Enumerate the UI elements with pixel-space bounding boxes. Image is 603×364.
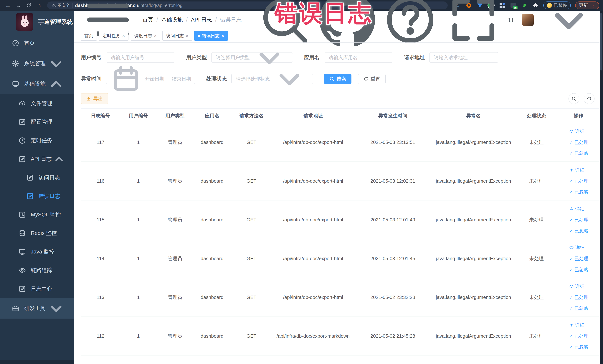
check-icon: ✓ [569,344,573,350]
tab-close-icon[interactable]: × [122,33,125,38]
table-row: 1161管理员dashboardGET/api/infra/db-doc/exp… [81,162,599,200]
sidebar-item-redis-monitor[interactable]: Redis 监控 [0,224,74,243]
forward-icon[interactable]: → [14,1,23,10]
sidebar-item-label: 文件管理 [31,100,52,107]
security-indicator[interactable]: 不安全 [52,3,70,8]
text-size-icon[interactable]: tT [509,16,514,23]
action-ignored-link[interactable]: ✓已忽略 [569,150,588,156]
action-label: 已处理 [574,294,588,300]
action-label: 已忽略 [574,305,588,311]
action-detail-link[interactable]: 详细 [569,322,584,328]
tab-home[interactable]: 首页 [81,31,97,41]
sidebar-logo-row[interactable]: 芋道管理系统 [0,11,74,33]
action-processed-link[interactable]: ✓已处理 [569,333,588,339]
breadcrumb-item[interactable]: 基础设施 [161,16,183,23]
sidebar-item-infrastructure[interactable]: 基础设施 [0,74,74,94]
start-date-placeholder: 开始日期 [145,76,164,82]
cell-method: GET [231,217,272,223]
action-processed-link[interactable]: ✓已处理 [569,139,588,145]
table-body: 1171管理员dashboardGET/api/infra/db-doc/exp… [81,123,599,355]
filter-label: 用户编号 [81,54,102,61]
action-detail-link[interactable]: 详细 [569,167,584,173]
refresh-icon [363,76,368,81]
cell-user-type: 管理员 [156,178,194,184]
sidebar-item-error-log[interactable]: 错误日志 [0,187,74,205]
action-label: 已处理 [574,217,588,223]
action-ignored-link[interactable]: ✓已忽略 [569,228,588,234]
sidebar-menu: 首页系统管理基础设施文件管理配置管理定时任务API 日志访问日志错误日志MySQ… [0,33,74,318]
cell-time: 2021-05-03 23:13:51 [354,140,432,145]
action-label: 详细 [575,167,584,173]
sidebar-item-config-management[interactable]: 配置管理 [0,113,74,131]
request-url-input[interactable] [429,55,498,60]
breadcrumb-item[interactable]: API 日志 [191,16,212,23]
action-label: 已处理 [574,256,588,262]
user-avatar[interactable] [522,14,534,26]
check-icon: ✓ [569,295,573,300]
filter-user-id: 用户编号 [81,52,175,63]
back-icon[interactable]: ← [4,1,12,10]
sidebar-item-system-management[interactable]: 系统管理 [0,53,74,74]
reload-icon[interactable] [24,1,33,10]
sidebar-item-java-monitor[interactable]: Java 监控 [0,243,74,261]
tab-close-icon[interactable]: × [221,33,224,38]
sidebar-item-mysql-monitor[interactable]: MySQL 监控 [0,205,74,224]
action-processed-link[interactable]: ✓已处理 [569,294,588,300]
action-label: 已处理 [574,178,588,184]
action-ignored-link[interactable]: ✓已忽略 [569,344,588,350]
home-icon[interactable]: ⌂ [35,1,43,10]
reset-button[interactable]: 重置 [358,74,386,84]
sidebar-item-home[interactable]: 首页 [0,33,74,53]
refresh-table-button[interactable] [584,93,594,104]
sidebar-item-log-center[interactable]: 日志中心 [0,280,74,298]
sidebar-item-label: MySQL 监控 [31,211,61,218]
export-button[interactable]: 导出 [81,93,108,104]
process-status-select[interactable]: 请选择处理状态 [231,74,313,84]
tab-error-log[interactable]: 错误日志× [194,31,228,41]
filter-label: 处理状态 [206,75,227,82]
cell-id: 116 [81,178,120,184]
sidebar-item-file-management[interactable]: 文件管理 [0,94,74,113]
date-range-picker[interactable]: 开始日期 - 结束日期 [106,74,195,84]
action-ignored-link[interactable]: ✓已忽略 [569,305,588,311]
action-ignored-link[interactable]: ✓已忽略 [569,267,588,273]
toolbar-circle-buttons [568,93,594,104]
app-name-input[interactable] [324,55,393,60]
user-id-input[interactable] [106,55,175,60]
action-processed-link[interactable]: ✓已处理 [569,217,588,223]
annotation-overlay: 错误日志 [275,0,372,29]
action-ignored-link[interactable]: ✓已忽略 [569,189,588,195]
briefcase-icon [12,305,19,312]
sidebar-item-label: Java 监控 [31,248,54,256]
tab-job-log[interactable]: 调度日志× [131,31,160,41]
cell-url: /api/infra/db-doc/export-html [272,256,354,261]
action-detail-link[interactable]: 详细 [569,206,584,212]
calendar-icon [110,63,142,95]
tab-access-log[interactable]: 访问日志× [162,31,192,41]
sidebar-item-scheduled-tasks[interactable]: 定时任务 [0,131,74,150]
sidebar-item-api-log[interactable]: API 日志 [0,150,74,168]
breadcrumb-item[interactable]: 首页 [142,16,153,23]
sidebar-item-dev-tools[interactable]: 研发工具 [0,298,74,318]
sidebar-item-access-log[interactable]: 访问日志 [0,168,74,187]
action-detail-link[interactable]: 详细 [569,128,584,134]
cell-url: /api/infra/db-doc/export-html [272,140,354,145]
scrollbar-thumb[interactable] [600,13,603,70]
page-scrollbar[interactable] [600,11,603,364]
cell-method: GET [231,178,272,184]
tab-close-icon[interactable]: × [186,33,188,38]
cell-actions: 详细✓已处理✓已忽略 [558,128,599,156]
cell-exception: java.lang.IllegalArgumentException [432,217,515,223]
action-processed-link[interactable]: ✓已处理 [569,256,588,262]
action-processed-link[interactable]: ✓已处理 [569,178,588,184]
tab-close-icon[interactable]: × [154,33,157,38]
extension-icon-on-switch[interactable]: on [510,2,517,9]
sidebar-item-label: 链路追踪 [31,267,52,274]
action-detail-link[interactable]: 详细 [569,283,584,289]
sidebar-item-trace[interactable]: 链路追踪 [0,261,74,280]
tab-job[interactable]: 定时任务× [99,31,128,41]
cell-id: 114 [81,256,120,261]
action-detail-link[interactable]: 详细 [569,245,584,251]
search-button[interactable]: 搜索 [324,74,351,84]
toggle-search-button[interactable] [568,93,579,104]
